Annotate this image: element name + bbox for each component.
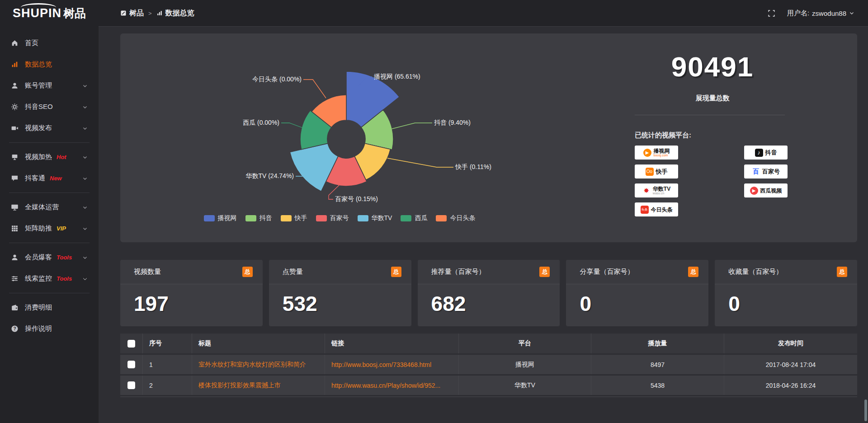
tools-tag: Tools	[57, 254, 72, 261]
column-header-no: 序号	[142, 334, 192, 353]
legend-swatch	[358, 215, 368, 221]
legend-label: 快手	[295, 214, 307, 222]
platform-badge-baijiahao: 百 百家号	[744, 164, 788, 179]
home-icon	[11, 39, 19, 47]
legend-swatch	[316, 215, 327, 221]
sidebar-item-data-overview[interactable]: 数据总览	[0, 54, 99, 75]
sidebar-item-member-burst[interactable]: 会员爆客 Tools	[0, 247, 99, 268]
pie-label: 快手 (0.11%)	[455, 163, 491, 171]
legend-item[interactable]: 百家号	[316, 214, 349, 222]
stat-card-share: 分享量（百家号） 总 0	[566, 260, 708, 326]
video-table: 序号 标题 链接 平台 播放量 发布时间 1 室外水纹灯和室内水纹灯的区别和简介…	[120, 334, 857, 397]
sidebar-divider	[9, 193, 90, 193]
breadcrumb-current-label: 数据总览	[165, 9, 194, 18]
platform-name: 抖音	[765, 150, 777, 155]
stat-card-likes: 点赞量 总 532	[269, 260, 411, 326]
legend-item[interactable]: 今日头条	[436, 214, 475, 222]
legend-label: 西瓜	[415, 214, 427, 222]
stat-value: 197	[120, 284, 263, 316]
pie-label: 百家号 (0.15%)	[335, 195, 378, 203]
total-badge: 总	[391, 267, 401, 277]
platform-badge-wasu: ✸ 华数TV wasu.cn	[635, 183, 678, 197]
platform-column-left: ▶ 播视网 boosj.com Oo 快手 ✸ 华数TV wasu.cn 头条 …	[635, 146, 678, 216]
cell-url-link[interactable]: http://www.wasu.cn/Play/show/id/952...	[325, 376, 458, 395]
sidebar-item-omni-media[interactable]: 全媒体运营	[0, 197, 99, 218]
table-row-clipped	[120, 395, 857, 397]
sidebar-item-label: 消费明细	[25, 303, 52, 312]
chart-panel: 播视网 (65.61%)抖音 (9.40%)快手 (0.11%)百家号 (0.1…	[120, 33, 857, 242]
legend-label: 今日头条	[450, 214, 475, 222]
stat-card-video-count: 视频数量 总 197	[120, 260, 263, 326]
total-badge: 总	[688, 267, 698, 277]
legend-item[interactable]: 抖音	[245, 214, 272, 222]
sidebar-item-home[interactable]: 首页	[0, 33, 99, 54]
header-right: 用户名: zswodun88	[768, 9, 868, 18]
wasu-burst-icon: ✸	[642, 187, 651, 195]
breadcrumb-root[interactable]: 树品	[120, 9, 144, 18]
pie-label-line	[392, 123, 432, 129]
play-circle-icon: ▶	[643, 149, 651, 157]
chevron-down-icon	[82, 276, 88, 282]
wallet-icon	[11, 304, 19, 311]
sidebar-item-label: 会员爆客	[25, 253, 52, 262]
stat-card-favorite: 收藏量（百家号） 总 0	[715, 260, 857, 326]
table-row: 2 楼体投影灯投影效果震撼上市 http://www.wasu.cn/Play/…	[120, 374, 857, 395]
sidebar-item-douketong[interactable]: 抖客通 New	[0, 168, 99, 189]
sidebar-item-video-publish[interactable]: 视频发布	[0, 118, 99, 139]
column-header-platform: 平台	[458, 334, 591, 353]
baijiahao-icon: 百	[752, 168, 760, 176]
legend-label: 华数TV	[372, 214, 392, 222]
vip-tag: VIP	[57, 225, 66, 232]
sidebar: 首页 数据总览 账号管理 抖音SEO 视频发布 视频加热 Hot 抖客通 New…	[0, 26, 99, 423]
cell-title-link[interactable]: 楼体投影灯投影效果震撼上市	[192, 376, 325, 395]
kuaishou-icon: Oo	[646, 168, 654, 176]
select-all-checkbox[interactable]	[127, 340, 135, 348]
breadcrumb-root-label: 树品	[129, 9, 144, 18]
sidebar-item-douyin-seo[interactable]: 抖音SEO	[0, 96, 99, 118]
bar-chart-icon	[11, 61, 19, 68]
row-checkbox[interactable]	[127, 361, 135, 368]
legend-label: 百家号	[330, 214, 349, 222]
sidebar-item-label: 数据总览	[25, 60, 52, 69]
legend-label: 抖音	[259, 214, 272, 222]
chevron-down-icon	[849, 10, 854, 16]
cell-views: 8497	[591, 355, 724, 374]
chevron-down-icon	[82, 205, 88, 210]
pie-label-line	[303, 80, 326, 98]
legend-item[interactable]: 播视网	[204, 214, 237, 222]
sliders-icon	[11, 275, 19, 282]
sidebar-item-help[interactable]: ? 操作说明	[0, 318, 99, 339]
legend-label: 播视网	[218, 214, 237, 222]
header-divider	[99, 26, 868, 27]
sidebar-item-account[interactable]: 账号管理	[0, 75, 99, 96]
app-logo: SHUPIN 树品	[0, 0, 99, 26]
stat-label: 收藏量（百家号）	[728, 268, 783, 276]
legend-item[interactable]: 华数TV	[358, 214, 392, 222]
cell-url-link[interactable]: http://www.boosj.com/7338468.html	[325, 355, 458, 374]
total-badge: 总	[539, 267, 550, 277]
sidebar-item-label: 账号管理	[25, 81, 52, 90]
sidebar-item-spend-detail[interactable]: 消费明细	[0, 297, 99, 318]
legend-item[interactable]: 西瓜	[401, 214, 427, 222]
sidebar-item-label: 视频加热	[25, 153, 52, 161]
legend-swatch	[436, 215, 447, 221]
logo-text-en: SHUPIN	[13, 6, 61, 20]
sidebar-item-matrix-boost[interactable]: 矩阵助推 VIP	[0, 218, 99, 239]
cell-time: 2018-04-26 16:24	[724, 376, 857, 395]
sidebar-item-label: 线索监控	[25, 274, 52, 283]
cell-title-link[interactable]: 室外水纹灯和室内水纹灯的区别和简介	[192, 355, 325, 374]
fullscreen-icon[interactable]	[768, 9, 775, 17]
column-header-title: 标题	[192, 334, 325, 353]
sidebar-item-clue-monitor[interactable]: 线索监控 Tools	[0, 268, 99, 289]
scrollbar-thumb[interactable]	[864, 400, 867, 421]
chevron-down-icon	[82, 126, 88, 131]
pie-slice[interactable]	[290, 143, 338, 191]
platform-name: 今日头条	[651, 207, 673, 212]
legend-item[interactable]: 快手	[281, 214, 307, 222]
toutiao-icon: 头条	[641, 206, 649, 214]
chevron-down-icon	[82, 226, 88, 231]
breadcrumb-current[interactable]: 数据总览	[156, 9, 194, 18]
sidebar-item-video-heat[interactable]: 视频加热 Hot	[0, 146, 99, 168]
row-checkbox[interactable]	[127, 381, 135, 389]
user-menu[interactable]: 用户名: zswodun88	[787, 9, 854, 18]
